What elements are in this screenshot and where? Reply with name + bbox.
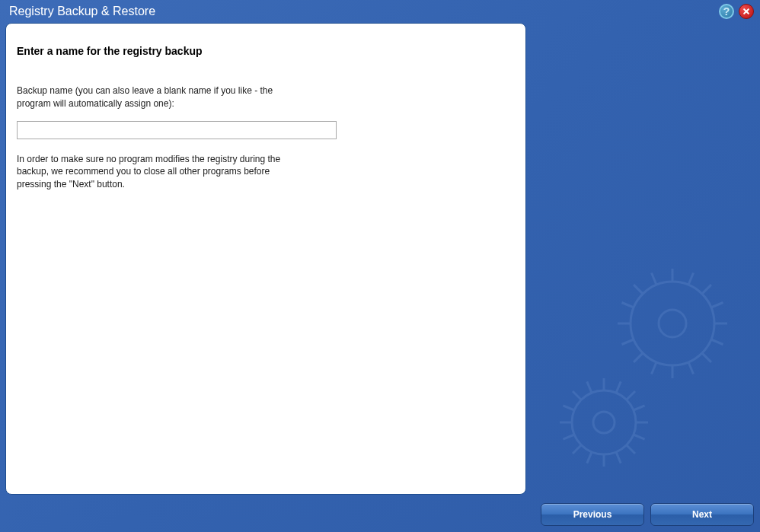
svg-line-32	[587, 452, 592, 464]
content-panel: Enter a name for the registry backup Bac…	[5, 23, 526, 495]
svg-line-3	[702, 285, 711, 294]
svg-point-18	[572, 390, 636, 454]
svg-line-21	[627, 391, 635, 400]
svg-line-13	[688, 362, 694, 374]
svg-line-33	[563, 435, 574, 439]
titlebar-controls: ?	[719, 4, 754, 19]
svg-line-9	[634, 285, 643, 294]
svg-point-1	[659, 310, 686, 337]
svg-point-0	[631, 282, 714, 365]
svg-point-19	[593, 412, 615, 433]
window-title: Registry Backup & Restore	[6, 5, 155, 18]
svg-line-35	[587, 381, 592, 393]
next-button[interactable]: Next	[650, 503, 754, 526]
titlebar: Registry Backup & Restore ?	[0, 0, 760, 23]
backup-name-input[interactable]	[17, 121, 337, 139]
svg-line-5	[702, 353, 711, 362]
svg-line-23	[627, 445, 635, 454]
svg-line-31	[616, 452, 621, 464]
app-window: Registry Backup & Restore ? Enter a name…	[0, 0, 760, 532]
svg-line-11	[711, 303, 723, 308]
close-icon[interactable]	[739, 4, 754, 19]
svg-line-17	[652, 273, 657, 285]
svg-line-7	[634, 353, 643, 362]
svg-line-30	[634, 435, 645, 439]
gears-decoration-icon	[547, 259, 745, 487]
footer-buttons: Previous Next	[541, 503, 754, 526]
backup-name-instruction: Backup name (you can also leave a blank …	[17, 84, 291, 110]
svg-line-25	[573, 445, 581, 454]
help-icon[interactable]: ?	[719, 4, 734, 19]
svg-line-14	[652, 362, 657, 374]
svg-line-34	[563, 406, 574, 410]
svg-line-16	[622, 303, 634, 308]
svg-line-15	[622, 339, 634, 345]
svg-line-28	[616, 381, 621, 393]
previous-button[interactable]: Previous	[541, 503, 644, 526]
backup-warning-text: In order to make sure no program modifie…	[17, 153, 291, 191]
page-heading: Enter a name for the registry backup	[17, 45, 515, 57]
svg-line-10	[688, 273, 694, 285]
svg-line-27	[573, 391, 581, 400]
svg-line-29	[634, 406, 645, 410]
svg-line-12	[711, 339, 723, 345]
